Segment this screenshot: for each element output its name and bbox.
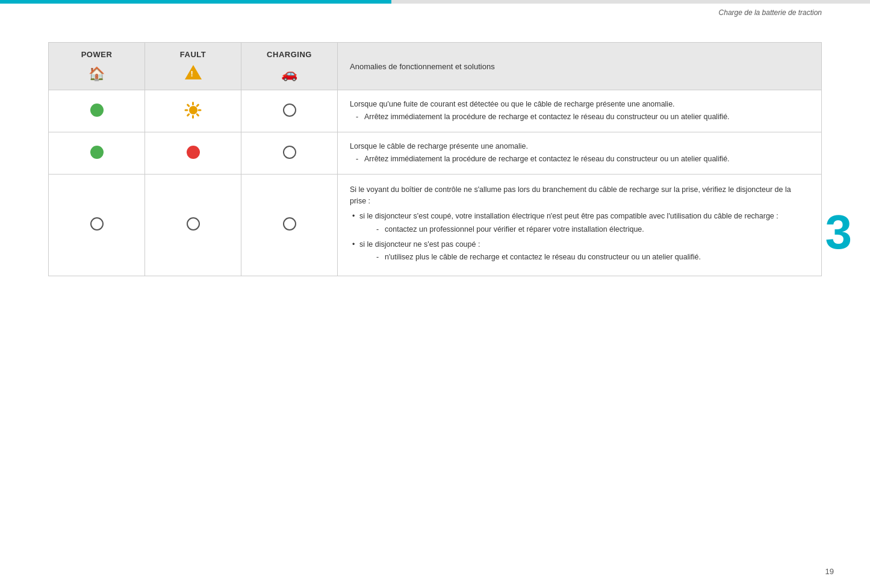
red-dot (187, 146, 200, 159)
table-row: Lorsque le câble de recharge présente un… (49, 132, 822, 174)
blink-fault-icon (185, 102, 202, 119)
header-power: POWER (49, 43, 145, 62)
table-row: Si le voyant du boîtier de contrôle ne s… (49, 174, 822, 276)
page-header: Charge de la batterie de traction (719, 8, 822, 17)
row2-charging (241, 132, 338, 174)
row3-fault (145, 174, 241, 276)
row3-bullet-list: si le disjoncteur s'est coupé, votre ins… (350, 211, 809, 264)
green-dot (90, 104, 104, 117)
header-desc: Anomalies de fonctionnement et solutions (338, 43, 822, 90)
header-power-icon: 🏠 (49, 61, 145, 90)
top-decorative-bar (0, 0, 870, 4)
row1-description: Lorsque qu'une fuite de courant est déte… (338, 90, 822, 132)
table-row: Lorsque qu'une fuite de courant est déte… (49, 90, 822, 132)
table-header-row-1: POWER FAULT CHARGING Anomalies de foncti… (49, 43, 822, 62)
page-title: Charge de la batterie de traction (719, 8, 822, 17)
list-item: si le disjoncteur s'est coupé, votre ins… (350, 211, 809, 235)
row3-charging (241, 174, 338, 276)
row1-charging (241, 90, 338, 132)
indicators-table: POWER FAULT CHARGING Anomalies de foncti… (48, 42, 822, 276)
empty-circle (187, 217, 200, 231)
list-item: si le disjoncteur ne s'est pas coupé : n… (350, 239, 809, 264)
sun-center (189, 106, 197, 114)
empty-circle (283, 104, 296, 117)
row2-power (49, 132, 145, 174)
green-dot (90, 146, 104, 159)
row1-fault (145, 90, 241, 132)
warning-triangle-icon (185, 69, 202, 82)
empty-circle (283, 217, 296, 231)
row1-power (49, 90, 145, 132)
row3-description: Si le voyant du boîtier de contrôle ne s… (338, 174, 822, 276)
empty-circle (90, 217, 104, 231)
header-charging-icon: 🚗 (241, 61, 338, 90)
row2-description: Lorsque le câble de recharge présente un… (338, 132, 822, 174)
car-icon: 🚗 (281, 66, 297, 82)
row2-fault (145, 132, 241, 174)
main-content: POWER FAULT CHARGING Anomalies de foncti… (48, 18, 822, 276)
header-charging: CHARGING (241, 43, 338, 62)
header-fault-icon (145, 61, 241, 90)
header-fault: FAULT (145, 43, 241, 62)
home-icon: 🏠 (89, 66, 105, 82)
row3-power (49, 174, 145, 276)
chapter-number: 3 (825, 205, 853, 260)
page-number: 19 (825, 567, 834, 576)
empty-circle (283, 146, 296, 159)
